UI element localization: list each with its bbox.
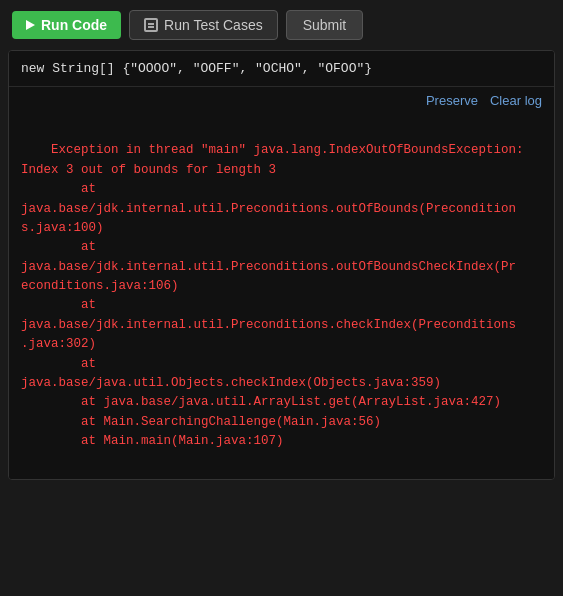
- clear-log-label: Clear log: [490, 93, 542, 108]
- preserve-button[interactable]: Preserve: [426, 91, 478, 110]
- preserve-label: Preserve: [426, 93, 478, 108]
- error-text: Exception in thread "main" java.lang.Ind…: [21, 143, 524, 448]
- run-code-button[interactable]: Run Code: [12, 11, 121, 39]
- clear-log-button[interactable]: Clear log: [490, 91, 542, 110]
- error-output: Exception in thread "main" java.lang.Ind…: [9, 114, 554, 479]
- output-input-line: new String[] {"OOOO", "OOFF", "OCHO", "O…: [9, 51, 554, 87]
- submit-label: Submit: [303, 17, 347, 33]
- input-value: new String[] {"OOOO", "OOFF", "OCHO", "O…: [21, 61, 372, 76]
- run-test-cases-label: Run Test Cases: [164, 17, 263, 33]
- test-icon: [144, 18, 158, 32]
- run-test-cases-button[interactable]: Run Test Cases: [129, 10, 278, 40]
- output-toolbar: Preserve Clear log: [9, 87, 554, 114]
- play-icon: [26, 20, 35, 30]
- toolbar: Run Code Run Test Cases Submit: [0, 0, 563, 50]
- run-code-label: Run Code: [41, 17, 107, 33]
- output-section: new String[] {"OOOO", "OOFF", "OCHO", "O…: [8, 50, 555, 480]
- submit-button[interactable]: Submit: [286, 10, 364, 40]
